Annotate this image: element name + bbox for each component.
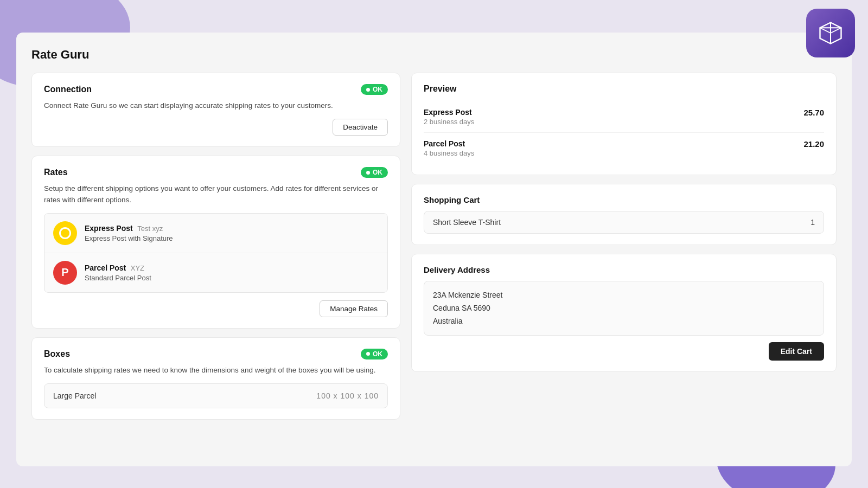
cart-item-name: Short Sleeve T-Shirt (433, 218, 501, 227)
shopping-cart-card: Shopping Cart Short Sleeve T-Shirt 1 (411, 184, 837, 245)
delivery-address-line3: Australia (433, 315, 815, 328)
connection-card: Connection OK Connect Rate Guru so we ca… (31, 73, 400, 147)
rates-description: Setup the different shipping options you… (44, 183, 388, 206)
boxes-description: To calculate shipping rates we need to k… (44, 365, 388, 376)
svg-line-4 (820, 28, 831, 33)
connection-title: Connection (44, 85, 92, 94)
right-column: Preview Express Post 2 business days 25.… (411, 73, 837, 449)
parcel-post-info: Parcel Post XYZ Standard Parcel Post (85, 263, 379, 282)
list-item: P Parcel Post XYZ Standard Parcel Post (44, 253, 387, 292)
manage-rates-button[interactable]: Manage Rates (320, 300, 388, 317)
preview-title: Preview (424, 84, 824, 94)
preview-express-price: 25.70 (803, 108, 824, 117)
parcel-post-icon: P (53, 261, 77, 285)
boxes-title: Boxes (44, 349, 70, 359)
connection-status-badge: OK (361, 84, 388, 95)
list-item: Express Post Test xyz Express Post with … (44, 214, 387, 253)
express-post-icon-inner (59, 227, 71, 239)
preview-rate-row: Express Post 2 business days 25.70 (424, 101, 824, 133)
preview-parcel-days: 4 business days (424, 149, 474, 157)
deactivate-button[interactable]: Deactivate (333, 119, 388, 136)
connection-actions: Deactivate (44, 119, 388, 136)
rates-list: Express Post Test xyz Express Post with … (44, 213, 388, 293)
page-title: Rate Guru (31, 48, 837, 62)
preview-parcel-name: Parcel Post (424, 139, 474, 148)
preview-express-days: 2 business days (424, 118, 474, 126)
delivery-address-actions: Edit Cart (424, 336, 824, 361)
app-icon-svg (816, 19, 845, 47)
cart-item-qty: 1 (810, 218, 815, 227)
box-list-item: Large Parcel 100 x 100 x 100 (44, 383, 388, 408)
rates-title: Rates (44, 168, 68, 177)
app-icon (806, 9, 855, 57)
preview-rate-row: Parcel Post 4 business days 21.20 (424, 133, 824, 164)
parcel-post-name: Parcel Post (85, 264, 126, 272)
express-post-tag: Test xyz (137, 224, 163, 233)
preview-express-info: Express Post 2 business days (424, 108, 474, 126)
connection-card-header: Connection OK (44, 84, 388, 95)
left-column: Connection OK Connect Rate Guru so we ca… (31, 73, 400, 449)
delivery-address-card: Delivery Address 23A Mckenzie Street Ced… (411, 254, 837, 372)
delivery-address-title: Delivery Address (424, 265, 824, 274)
express-post-info: Express Post Test xyz Express Post with … (85, 223, 379, 242)
rates-status-badge: OK (361, 167, 388, 178)
rates-card: Rates OK Setup the different shipping op… (31, 156, 400, 329)
parcel-post-sub: Standard Parcel Post (85, 274, 379, 282)
rates-card-header: Rates OK (44, 167, 388, 178)
svg-line-3 (831, 28, 841, 33)
boxes-card: Boxes OK To calculate shipping rates we … (31, 337, 400, 420)
parcel-post-tag: XYZ (131, 264, 144, 272)
express-post-name-row: Express Post Test xyz (85, 223, 379, 233)
preview-parcel-price: 21.20 (803, 139, 824, 149)
shopping-cart-title: Shopping Cart (424, 195, 824, 204)
delivery-address-line1: 23A Mckenzie Street (433, 289, 815, 302)
boxes-card-header: Boxes OK (44, 349, 388, 359)
cart-item-row: Short Sleeve T-Shirt 1 (424, 211, 824, 234)
box-name: Large Parcel (53, 391, 96, 400)
content-layout: Connection OK Connect Rate Guru so we ca… (31, 73, 837, 449)
boxes-status-badge: OK (361, 349, 388, 359)
edit-cart-button[interactable]: Edit Cart (769, 342, 824, 361)
preview-parcel-info: Parcel Post 4 business days (424, 139, 474, 157)
preview-express-name: Express Post (424, 108, 474, 117)
express-post-sub: Express Post with Signature (85, 234, 379, 242)
connection-description: Connect Rate Guru so we can start displa… (44, 100, 388, 111)
box-dimensions: 100 x 100 x 100 (316, 391, 379, 400)
delivery-address-line2: Ceduna SA 5690 (433, 302, 815, 315)
delivery-address-box: 23A Mckenzie Street Ceduna SA 5690 Austr… (424, 281, 824, 336)
main-container: Rate Guru Connection OK Connect Rate Gur… (16, 33, 852, 466)
rates-actions: Manage Rates (44, 295, 388, 317)
express-post-name: Express Post (85, 224, 133, 233)
parcel-post-name-row: Parcel Post XYZ (85, 263, 379, 273)
preview-card: Preview Express Post 2 business days 25.… (411, 73, 837, 175)
express-post-icon (53, 221, 77, 245)
